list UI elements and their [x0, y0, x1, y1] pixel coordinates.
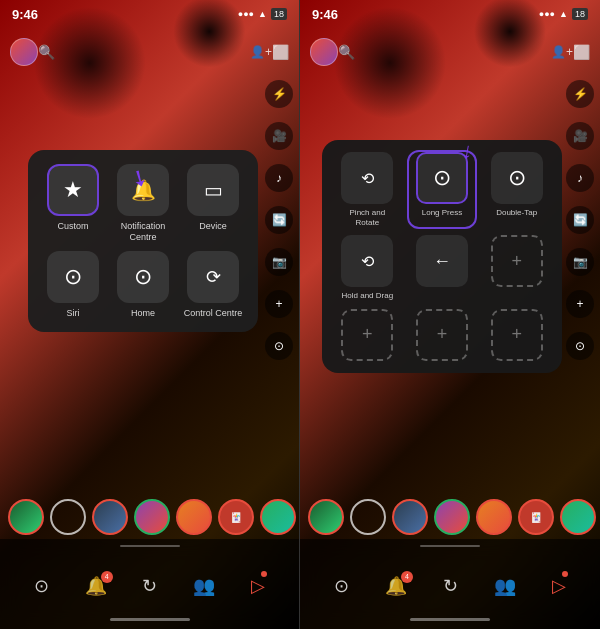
popup-item-home[interactable]: ⊙ Home — [112, 251, 174, 319]
friends-tab-icon: 👥 — [193, 575, 215, 597]
video-icon-right[interactable]: 🎥 — [566, 122, 594, 150]
add-friend-icon-right[interactable]: 👤+ — [551, 45, 573, 59]
story-6[interactable] — [260, 499, 296, 535]
back-box: ← — [416, 235, 468, 287]
settings-icon-right[interactable]: ⊙ — [566, 332, 594, 360]
gesture-double-tap[interactable]: ⊙ Double-Tap — [483, 152, 550, 227]
status-bar-left: 9:46 ●●● ▲ 18 — [0, 0, 299, 28]
phone-icon: ▭ — [204, 178, 223, 202]
play-tab-icon: ▷ — [251, 575, 265, 597]
camera-rotate-icon-left[interactable]: 🔄 — [265, 206, 293, 234]
pinch-icon: ⟲ — [361, 169, 374, 188]
status-bar-right: 9:46 ●●● ▲ 18 — [300, 0, 600, 28]
scan-icon-right[interactable]: ⬜ — [573, 44, 590, 60]
story-r3[interactable] — [434, 499, 470, 535]
status-icons-left: ●●● ▲ 18 — [238, 8, 287, 20]
dock-icons-left: ⊙ 🔔 4 ↻ 👥 ▷ — [0, 553, 299, 618]
hold-drag-label: Hold and Drag — [342, 291, 394, 301]
gesture-hold-drag[interactable]: ⟲ Hold and Drag — [334, 235, 401, 301]
record-ring-right[interactable] — [350, 499, 386, 535]
dock-friends-left[interactable]: 👥 — [193, 575, 215, 597]
play-dot-right — [562, 571, 568, 577]
popup-item-device[interactable]: ▭ Device — [182, 164, 244, 243]
dock-notif-left[interactable]: 🔔 4 — [85, 575, 107, 597]
control-icon-box: ⟳ — [187, 251, 239, 303]
dock-notif-right[interactable]: 🔔 4 — [385, 575, 407, 597]
story-3[interactable] — [134, 499, 170, 535]
play-tab-icon-r: ▷ — [552, 575, 566, 597]
flash-icon-left[interactable]: ⚡ — [265, 80, 293, 108]
add-icon-3: + — [437, 324, 448, 345]
gesture-add-1[interactable]: + — [483, 235, 550, 301]
camera-icon-left[interactable]: 📷 — [265, 248, 293, 276]
story-4[interactable] — [176, 499, 212, 535]
siri-icon-box: ⊙ — [47, 251, 99, 303]
pinch-box: ⟲ — [341, 152, 393, 204]
add-box-1: + — [491, 235, 543, 287]
dock-refresh-left[interactable]: ↻ — [142, 575, 157, 597]
story-5[interactable]: 🃏 — [218, 499, 254, 535]
add-icon-left[interactable]: + — [265, 290, 293, 318]
play-dot-left — [261, 571, 267, 577]
dock-friends-right[interactable]: 👥 — [494, 575, 516, 597]
music-icon-left[interactable]: ♪ — [265, 164, 293, 192]
notif-badge-right: 4 — [401, 571, 413, 583]
add-icon-right[interactable]: + — [566, 290, 594, 318]
dock-play-right[interactable]: ▷ — [552, 575, 566, 597]
dock-home-right[interactable]: ⊙ — [334, 575, 349, 597]
dock-home-left[interactable]: ⊙ — [34, 575, 49, 597]
gesture-pinch[interactable]: ⟲ Pinch andRotate — [334, 152, 401, 227]
pinch-label: Pinch andRotate — [350, 208, 386, 227]
top-nav-left: 🔍 👤+ ⬜ — [0, 30, 299, 74]
add-friend-icon-left[interactable]: 👤+ — [250, 45, 272, 59]
refresh-tab-icon-r: ↻ — [443, 575, 458, 597]
gesture-row2: ⟲ Hold and Drag ← + — [334, 235, 550, 301]
settings-icon-left[interactable]: ⊙ — [265, 332, 293, 360]
story-2[interactable] — [92, 499, 128, 535]
dock-refresh-right[interactable]: ↻ — [443, 575, 458, 597]
dock-play-left[interactable]: ▷ — [251, 575, 265, 597]
popup-item-control[interactable]: ⟳ Control Centre — [182, 251, 244, 319]
video-icon-left[interactable]: 🎥 — [265, 122, 293, 150]
bottom-dock-right: ⊙ 🔔 4 ↻ 👥 ▷ — [300, 539, 600, 629]
music-icon-right[interactable]: ♪ — [566, 164, 594, 192]
camera-rotate-icon-right[interactable]: 🔄 — [566, 206, 594, 234]
top-nav-right: 🔍 👤+ ⬜ — [300, 30, 600, 74]
popup-item-custom[interactable]: ★ Custom — [42, 164, 104, 243]
story-r4[interactable] — [476, 499, 512, 535]
story-r1[interactable] — [308, 499, 344, 535]
right-sidebar-right: ⚡ 🎥 ♪ 🔄 📷 + ⊙ — [566, 80, 594, 529]
gesture-add-2[interactable]: + — [334, 309, 401, 361]
scan-icon-left[interactable]: ⬜ — [272, 44, 289, 60]
home-icon-box: ⊙ — [117, 251, 169, 303]
custom-label: Custom — [57, 221, 88, 232]
search-icon-left[interactable]: 🔍 — [38, 44, 55, 60]
dock-line-left — [120, 545, 180, 547]
flash-icon-right[interactable]: ⚡ — [566, 80, 594, 108]
avatar-left[interactable] — [10, 38, 38, 66]
story-1[interactable] — [8, 499, 44, 535]
battery-left: 18 — [271, 8, 287, 20]
gesture-back[interactable]: ← — [409, 235, 476, 301]
popup-item-siri[interactable]: ⊙ Siri — [42, 251, 104, 319]
time-left: 9:46 — [12, 7, 38, 22]
left-panel: 9:46 ●●● ▲ 18 🔍 👤+ ⬜ ⚡ 🎥 ♪ 🔄 📷 + ⊙ ➘ ★ — [0, 0, 300, 629]
story-r5[interactable]: 🃏 — [518, 499, 554, 535]
dock-line-right — [420, 545, 480, 547]
home-tab-icon-r: ⊙ — [334, 575, 349, 597]
record-ring-left[interactable] — [50, 499, 86, 535]
add-icon-2: + — [362, 324, 373, 345]
story-r6[interactable] — [560, 499, 596, 535]
story-r2[interactable] — [392, 499, 428, 535]
gesture-add-4[interactable]: + — [483, 309, 550, 361]
gesture-add-3[interactable]: + — [409, 309, 476, 361]
search-icon-right[interactable]: 🔍 — [338, 44, 355, 60]
avatar-right[interactable] — [310, 38, 338, 66]
signal-icon-left: ●●● — [238, 9, 254, 19]
camera-icon-right[interactable]: 📷 — [566, 248, 594, 276]
notification-label: Notification Centre — [112, 221, 174, 243]
home-label: Home — [131, 308, 155, 319]
control-label: Control Centre — [184, 308, 243, 319]
right-panel: 9:46 ●●● ▲ 18 🔍 👤+ ⬜ ⚡ 🎥 ♪ 🔄 📷 + ⊙ ↓ ⟲ — [300, 0, 600, 629]
home-bar-right — [410, 618, 490, 621]
